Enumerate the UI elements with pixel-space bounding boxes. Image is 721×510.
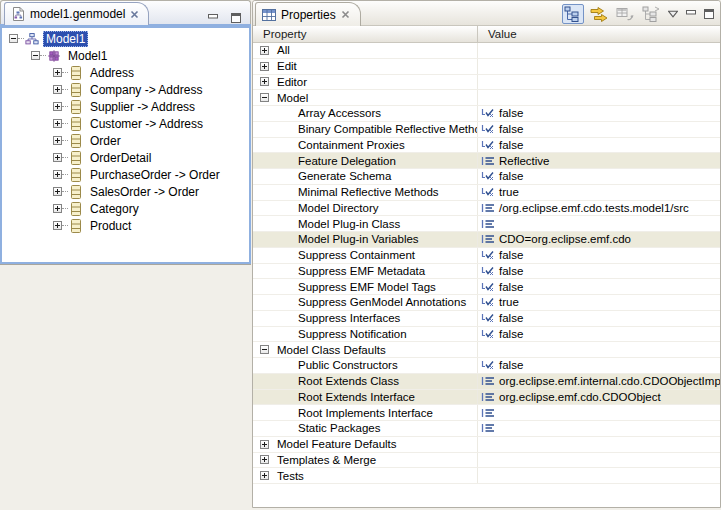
expander-icon[interactable] [260, 62, 269, 71]
property-value-cell[interactable] [478, 59, 720, 74]
property-value-cell[interactable]: false [478, 138, 720, 153]
tree-item[interactable]: Category [2, 200, 249, 217]
editor-maximize-button[interactable] [229, 8, 243, 28]
tree-item[interactable]: Customer -> Address [2, 115, 249, 132]
property-value-cell[interactable] [478, 405, 720, 420]
table-row[interactable]: Edit [253, 59, 720, 75]
property-value-cell[interactable]: false [478, 169, 720, 184]
property-value-cell[interactable]: CDO=org.eclipse.emf.cdo [478, 232, 720, 247]
editor-minimize-button[interactable] [206, 8, 220, 28]
property-value-cell[interactable]: org.eclipse.emf.internal.cdo.CDOObjectIm… [478, 374, 720, 389]
editor-tab-model1-genmodel[interactable]: model1.genmodel [4, 2, 149, 25]
table-row[interactable]: Binary Compatible Reflective Methods fal… [253, 122, 720, 138]
property-value-cell[interactable]: false [478, 311, 720, 326]
expander-icon[interactable] [53, 187, 62, 196]
table-row[interactable]: Suppress EMF Metadata false [253, 264, 720, 280]
property-value-cell[interactable]: false [478, 279, 720, 294]
expander-icon[interactable] [53, 85, 62, 94]
table-row[interactable]: Templates & Merge [253, 453, 720, 469]
property-value-cell[interactable]: false [478, 248, 720, 263]
expander-icon[interactable] [31, 51, 40, 60]
expander-icon[interactable] [260, 46, 269, 55]
tree-item[interactable]: Product [2, 217, 249, 234]
table-row[interactable]: Root Implements Interface [253, 405, 720, 421]
tree-item[interactable]: Address [2, 64, 249, 81]
property-value-cell[interactable]: false [478, 122, 720, 137]
table-row[interactable]: Minimal Reflective Methods true [253, 185, 720, 201]
table-row[interactable]: Suppress Interfaces false [253, 311, 720, 327]
tree-item[interactable]: SalesOrder -> Order [2, 183, 249, 200]
property-value-cell[interactable] [478, 216, 720, 231]
property-value-cell[interactable]: false [478, 358, 720, 373]
property-value-cell[interactable] [478, 75, 720, 90]
expander-icon[interactable] [260, 345, 269, 354]
table-row[interactable]: Suppress GenModel Annotations true [253, 295, 720, 311]
expander-icon[interactable] [260, 93, 269, 102]
restore-default-value-button[interactable] [614, 4, 636, 24]
property-value-cell[interactable] [478, 421, 720, 436]
tree-item[interactable]: OrderDetail [2, 149, 249, 166]
property-value-cell[interactable] [478, 43, 720, 58]
table-row[interactable]: Root Extends Interface org.eclipse.emf.c… [253, 390, 720, 406]
expander-icon[interactable] [53, 153, 62, 162]
table-row[interactable]: Suppress Containment false [253, 248, 720, 264]
table-row[interactable]: All [253, 43, 720, 59]
property-value-cell[interactable]: org.eclipse.emf.cdo.CDOObject [478, 390, 720, 405]
expander-icon[interactable] [53, 68, 62, 77]
view-menu-button[interactable] [666, 4, 680, 24]
property-value-cell[interactable]: Reflective [478, 153, 720, 168]
tree-item[interactable]: Model1 [2, 47, 249, 64]
show-categories-button[interactable] [562, 4, 584, 24]
expander-icon[interactable] [53, 119, 62, 128]
expander-icon[interactable] [53, 170, 62, 179]
property-value-cell[interactable]: false [478, 106, 720, 121]
table-row[interactable]: Editor [253, 75, 720, 91]
property-value-cell[interactable]: false [478, 264, 720, 279]
property-value-cell[interactable]: false [478, 327, 720, 342]
property-value-cell[interactable]: true [478, 295, 720, 310]
expander-icon[interactable] [53, 136, 62, 145]
property-value-cell[interactable] [478, 453, 720, 468]
expander-icon[interactable] [9, 34, 18, 43]
expander-icon[interactable] [53, 221, 62, 230]
table-row[interactable]: Public Constructors false [253, 358, 720, 374]
properties-maximize-button[interactable] [702, 4, 716, 24]
table-row[interactable]: Suppress EMF Model Tags false [253, 279, 720, 295]
table-row[interactable]: Tests [253, 468, 720, 484]
table-row[interactable]: Feature Delegation Reflective [253, 153, 720, 169]
tree-item[interactable]: Order [2, 132, 249, 149]
properties-minimize-button[interactable] [684, 4, 698, 24]
table-row[interactable]: Containment Proxies false [253, 138, 720, 154]
table-row[interactable]: Model Directory /org.eclipse.emf.cdo.tes… [253, 201, 720, 217]
property-value-cell[interactable] [478, 342, 720, 357]
tree-item[interactable]: Supplier -> Address [2, 98, 249, 115]
property-value-cell[interactable]: /org.eclipse.emf.cdo.tests.model1/src [478, 201, 720, 216]
close-icon[interactable] [341, 10, 350, 19]
tree-item[interactable]: PurchaseOrder -> Order [2, 166, 249, 183]
close-icon[interactable] [130, 10, 139, 19]
table-row[interactable]: Model Plug-in Variables CDO=org.eclipse.… [253, 232, 720, 248]
table-row[interactable]: Root Extends Class org.eclipse.emf.inter… [253, 374, 720, 390]
tree-item[interactable]: Model1 [2, 30, 249, 47]
expander-icon[interactable] [260, 455, 269, 464]
show-advanced-properties-button[interactable] [640, 4, 662, 24]
property-value-cell[interactable] [478, 468, 720, 483]
table-row[interactable]: Model [253, 90, 720, 106]
table-row[interactable]: Model Class Defaults [253, 342, 720, 358]
table-row[interactable]: Model Feature Defaults [253, 437, 720, 453]
view-tab-properties[interactable]: Properties [255, 2, 361, 26]
column-header-property[interactable]: Property [253, 26, 478, 42]
expander-icon[interactable] [53, 102, 62, 111]
expander-icon[interactable] [260, 440, 269, 449]
expander-icon[interactable] [260, 471, 269, 480]
property-value-cell[interactable] [478, 90, 720, 105]
expander-icon[interactable] [53, 204, 62, 213]
table-row[interactable]: Static Packages [253, 421, 720, 437]
table-row[interactable]: Array Accessors false [253, 106, 720, 122]
table-row[interactable]: Suppress Notification false [253, 327, 720, 343]
filter-properties-button[interactable] [588, 4, 610, 24]
column-header-value[interactable]: Value [478, 26, 720, 42]
table-row[interactable]: Model Plug-in Class [253, 216, 720, 232]
table-row[interactable]: Generate Schema false [253, 169, 720, 185]
tree-item[interactable]: Company -> Address [2, 81, 249, 98]
